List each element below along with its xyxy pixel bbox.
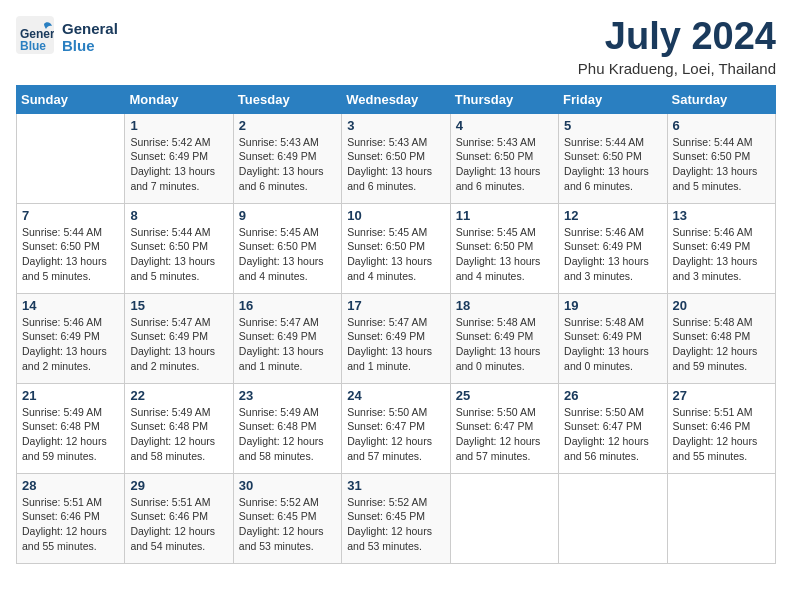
day-cell [450, 473, 558, 563]
day-info: Sunrise: 5:47 AM Sunset: 6:49 PM Dayligh… [130, 315, 227, 374]
day-number: 9 [239, 208, 336, 223]
day-cell: 31Sunrise: 5:52 AM Sunset: 6:45 PM Dayli… [342, 473, 450, 563]
day-cell: 1Sunrise: 5:42 AM Sunset: 6:49 PM Daylig… [125, 113, 233, 203]
day-number: 24 [347, 388, 444, 403]
day-info: Sunrise: 5:44 AM Sunset: 6:50 PM Dayligh… [22, 225, 119, 284]
day-cell: 17Sunrise: 5:47 AM Sunset: 6:49 PM Dayli… [342, 293, 450, 383]
week-row-2: 7Sunrise: 5:44 AM Sunset: 6:50 PM Daylig… [17, 203, 776, 293]
day-cell: 2Sunrise: 5:43 AM Sunset: 6:49 PM Daylig… [233, 113, 341, 203]
day-cell: 25Sunrise: 5:50 AM Sunset: 6:47 PM Dayli… [450, 383, 558, 473]
week-row-1: 1Sunrise: 5:42 AM Sunset: 6:49 PM Daylig… [17, 113, 776, 203]
day-info: Sunrise: 5:43 AM Sunset: 6:50 PM Dayligh… [347, 135, 444, 194]
day-number: 3 [347, 118, 444, 133]
day-info: Sunrise: 5:50 AM Sunset: 6:47 PM Dayligh… [347, 405, 444, 464]
week-row-3: 14Sunrise: 5:46 AM Sunset: 6:49 PM Dayli… [17, 293, 776, 383]
day-number: 31 [347, 478, 444, 493]
day-info: Sunrise: 5:47 AM Sunset: 6:49 PM Dayligh… [239, 315, 336, 374]
page-header: General Blue General Blue July 2024 Phu … [16, 16, 776, 77]
day-cell: 5Sunrise: 5:44 AM Sunset: 6:50 PM Daylig… [559, 113, 667, 203]
logo-line2: Blue [62, 37, 118, 54]
day-info: Sunrise: 5:48 AM Sunset: 6:49 PM Dayligh… [564, 315, 661, 374]
day-cell: 11Sunrise: 5:45 AM Sunset: 6:50 PM Dayli… [450, 203, 558, 293]
day-info: Sunrise: 5:45 AM Sunset: 6:50 PM Dayligh… [239, 225, 336, 284]
day-number: 28 [22, 478, 119, 493]
day-number: 4 [456, 118, 553, 133]
header-wednesday: Wednesday [342, 85, 450, 113]
day-number: 2 [239, 118, 336, 133]
day-info: Sunrise: 5:45 AM Sunset: 6:50 PM Dayligh… [456, 225, 553, 284]
day-number: 30 [239, 478, 336, 493]
day-info: Sunrise: 5:48 AM Sunset: 6:48 PM Dayligh… [673, 315, 770, 374]
day-cell [17, 113, 125, 203]
day-info: Sunrise: 5:47 AM Sunset: 6:49 PM Dayligh… [347, 315, 444, 374]
day-info: Sunrise: 5:45 AM Sunset: 6:50 PM Dayligh… [347, 225, 444, 284]
day-number: 5 [564, 118, 661, 133]
day-cell: 19Sunrise: 5:48 AM Sunset: 6:49 PM Dayli… [559, 293, 667, 383]
day-number: 14 [22, 298, 119, 313]
day-cell: 4Sunrise: 5:43 AM Sunset: 6:50 PM Daylig… [450, 113, 558, 203]
location: Phu Kradueng, Loei, Thailand [578, 60, 776, 77]
day-cell: 26Sunrise: 5:50 AM Sunset: 6:47 PM Dayli… [559, 383, 667, 473]
day-cell: 6Sunrise: 5:44 AM Sunset: 6:50 PM Daylig… [667, 113, 775, 203]
day-cell: 14Sunrise: 5:46 AM Sunset: 6:49 PM Dayli… [17, 293, 125, 383]
logo-icon: General Blue [16, 16, 54, 54]
day-number: 8 [130, 208, 227, 223]
day-cell: 28Sunrise: 5:51 AM Sunset: 6:46 PM Dayli… [17, 473, 125, 563]
day-number: 6 [673, 118, 770, 133]
day-number: 12 [564, 208, 661, 223]
day-info: Sunrise: 5:46 AM Sunset: 6:49 PM Dayligh… [22, 315, 119, 374]
week-row-4: 21Sunrise: 5:49 AM Sunset: 6:48 PM Dayli… [17, 383, 776, 473]
day-info: Sunrise: 5:49 AM Sunset: 6:48 PM Dayligh… [239, 405, 336, 464]
header-monday: Monday [125, 85, 233, 113]
day-cell: 27Sunrise: 5:51 AM Sunset: 6:46 PM Dayli… [667, 383, 775, 473]
day-number: 13 [673, 208, 770, 223]
logo: General Blue General Blue [16, 16, 118, 58]
day-info: Sunrise: 5:43 AM Sunset: 6:50 PM Dayligh… [456, 135, 553, 194]
day-cell: 30Sunrise: 5:52 AM Sunset: 6:45 PM Dayli… [233, 473, 341, 563]
day-cell: 16Sunrise: 5:47 AM Sunset: 6:49 PM Dayli… [233, 293, 341, 383]
day-cell: 23Sunrise: 5:49 AM Sunset: 6:48 PM Dayli… [233, 383, 341, 473]
day-info: Sunrise: 5:51 AM Sunset: 6:46 PM Dayligh… [22, 495, 119, 554]
title-section: July 2024 Phu Kradueng, Loei, Thailand [578, 16, 776, 77]
day-number: 29 [130, 478, 227, 493]
logo-line1: General [62, 20, 118, 37]
day-info: Sunrise: 5:46 AM Sunset: 6:49 PM Dayligh… [673, 225, 770, 284]
header-thursday: Thursday [450, 85, 558, 113]
day-cell: 20Sunrise: 5:48 AM Sunset: 6:48 PM Dayli… [667, 293, 775, 383]
day-info: Sunrise: 5:50 AM Sunset: 6:47 PM Dayligh… [456, 405, 553, 464]
day-info: Sunrise: 5:48 AM Sunset: 6:49 PM Dayligh… [456, 315, 553, 374]
day-cell: 15Sunrise: 5:47 AM Sunset: 6:49 PM Dayli… [125, 293, 233, 383]
day-number: 22 [130, 388, 227, 403]
day-number: 15 [130, 298, 227, 313]
day-info: Sunrise: 5:46 AM Sunset: 6:49 PM Dayligh… [564, 225, 661, 284]
day-info: Sunrise: 5:52 AM Sunset: 6:45 PM Dayligh… [239, 495, 336, 554]
day-number: 21 [22, 388, 119, 403]
day-cell: 3Sunrise: 5:43 AM Sunset: 6:50 PM Daylig… [342, 113, 450, 203]
day-info: Sunrise: 5:51 AM Sunset: 6:46 PM Dayligh… [673, 405, 770, 464]
day-cell [559, 473, 667, 563]
day-info: Sunrise: 5:44 AM Sunset: 6:50 PM Dayligh… [130, 225, 227, 284]
day-info: Sunrise: 5:42 AM Sunset: 6:49 PM Dayligh… [130, 135, 227, 194]
day-info: Sunrise: 5:52 AM Sunset: 6:45 PM Dayligh… [347, 495, 444, 554]
day-info: Sunrise: 5:49 AM Sunset: 6:48 PM Dayligh… [22, 405, 119, 464]
day-cell: 7Sunrise: 5:44 AM Sunset: 6:50 PM Daylig… [17, 203, 125, 293]
day-number: 11 [456, 208, 553, 223]
day-info: Sunrise: 5:44 AM Sunset: 6:50 PM Dayligh… [564, 135, 661, 194]
day-cell [667, 473, 775, 563]
day-number: 16 [239, 298, 336, 313]
day-number: 23 [239, 388, 336, 403]
header-tuesday: Tuesday [233, 85, 341, 113]
day-cell: 8Sunrise: 5:44 AM Sunset: 6:50 PM Daylig… [125, 203, 233, 293]
day-number: 19 [564, 298, 661, 313]
day-number: 10 [347, 208, 444, 223]
day-cell: 10Sunrise: 5:45 AM Sunset: 6:50 PM Dayli… [342, 203, 450, 293]
header-saturday: Saturday [667, 85, 775, 113]
day-number: 1 [130, 118, 227, 133]
day-cell: 29Sunrise: 5:51 AM Sunset: 6:46 PM Dayli… [125, 473, 233, 563]
svg-text:Blue: Blue [20, 39, 46, 53]
day-cell: 21Sunrise: 5:49 AM Sunset: 6:48 PM Dayli… [17, 383, 125, 473]
day-number: 17 [347, 298, 444, 313]
day-info: Sunrise: 5:43 AM Sunset: 6:49 PM Dayligh… [239, 135, 336, 194]
day-number: 27 [673, 388, 770, 403]
day-cell: 18Sunrise: 5:48 AM Sunset: 6:49 PM Dayli… [450, 293, 558, 383]
